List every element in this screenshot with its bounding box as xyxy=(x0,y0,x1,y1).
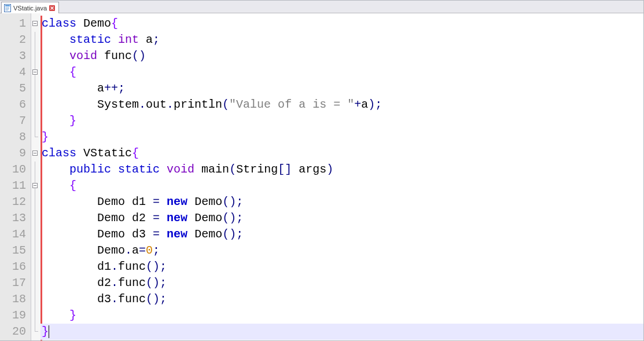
code-line[interactable]: static int a; xyxy=(41,32,643,48)
code-line[interactable]: } xyxy=(41,307,643,324)
code-line[interactable]: class Demo{ xyxy=(41,16,643,32)
code-line[interactable]: Demo d3 = new Demo(); xyxy=(41,226,643,243)
svg-rect-3 xyxy=(5,9,9,9)
line-number: 2 xyxy=(0,32,31,48)
fold-toggle-icon[interactable] xyxy=(32,183,38,188)
close-icon[interactable] xyxy=(49,5,55,11)
line-number-gutter: 1 2 3 4 5 6 7 8 9 10 11 12 13 14 15 16 1… xyxy=(0,13,31,340)
code-area[interactable]: class Demo{ static int a; void func() { … xyxy=(41,13,643,340)
line-number: 14 xyxy=(0,226,31,243)
code-line[interactable]: Demo d2 = new Demo(); xyxy=(41,210,643,226)
line-number: 10 xyxy=(0,162,31,178)
code-line[interactable]: { xyxy=(41,178,643,194)
code-line[interactable]: Demo.a=0; xyxy=(41,243,643,259)
file-tab-label: VStatic.java xyxy=(13,5,47,12)
line-number: 15 xyxy=(0,243,31,259)
code-line[interactable]: System.out.println("Value of a is = "+a)… xyxy=(41,97,643,113)
code-line[interactable]: public static void main(String[] args) xyxy=(41,162,643,178)
line-number: 12 xyxy=(0,194,31,210)
file-tab-vstatic[interactable]: VStatic.java xyxy=(1,2,59,13)
line-number: 4 xyxy=(0,64,31,80)
code-line[interactable]: } xyxy=(41,113,643,129)
svg-rect-1 xyxy=(5,5,10,6)
code-line[interactable]: d1.func(); xyxy=(41,259,643,275)
line-number: 8 xyxy=(0,129,31,145)
file-icon xyxy=(4,4,11,12)
code-line[interactable]: } xyxy=(41,129,643,145)
code-line[interactable]: class VStatic{ xyxy=(41,145,643,162)
fold-toggle-icon[interactable] xyxy=(32,151,38,156)
line-number: 20 xyxy=(0,324,31,340)
code-line[interactable]: { xyxy=(41,64,643,80)
line-number: 19 xyxy=(0,307,31,324)
svg-rect-4 xyxy=(5,10,8,10)
line-number: 9 xyxy=(0,145,31,162)
code-line[interactable]: d3.func(); xyxy=(41,291,643,307)
editor-window: VStatic.java 1 2 3 4 5 6 7 8 9 10 11 12 … xyxy=(0,0,644,341)
code-line[interactable]: Demo d1 = new Demo(); xyxy=(41,194,643,210)
line-number: 13 xyxy=(0,210,31,226)
line-number: 17 xyxy=(0,275,31,291)
line-number: 7 xyxy=(0,113,31,129)
code-line[interactable]: void func() xyxy=(41,48,643,64)
tab-bar: VStatic.java xyxy=(0,1,643,13)
svg-rect-2 xyxy=(5,8,9,8)
line-number: 16 xyxy=(0,259,31,275)
line-number: 6 xyxy=(0,97,31,113)
code-line[interactable]: a++; xyxy=(41,80,643,97)
line-number: 3 xyxy=(0,48,31,64)
code-line-current[interactable]: } xyxy=(41,324,643,340)
line-number: 18 xyxy=(0,291,31,307)
caret-icon xyxy=(49,325,49,338)
fold-toggle-icon[interactable] xyxy=(32,69,38,75)
line-number: 1 xyxy=(0,16,31,32)
code-line[interactable]: d2.func(); xyxy=(41,275,643,291)
editor-area[interactable]: 1 2 3 4 5 6 7 8 9 10 11 12 13 14 15 16 1… xyxy=(0,13,643,340)
fold-column xyxy=(31,13,41,340)
line-number: 11 xyxy=(0,178,31,194)
line-number: 5 xyxy=(0,80,31,97)
fold-toggle-icon[interactable] xyxy=(32,21,38,26)
